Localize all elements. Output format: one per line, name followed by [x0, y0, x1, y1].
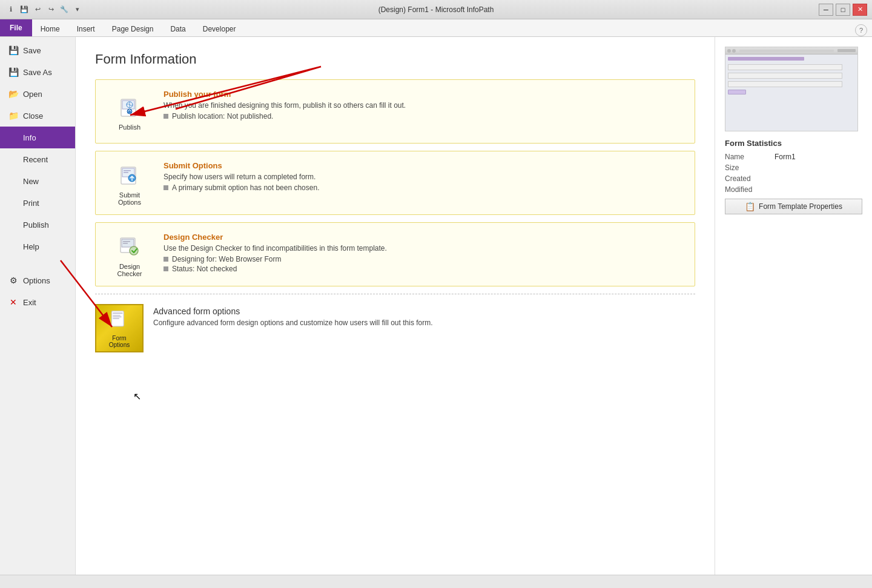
properties-button-label: Form Template Properties: [759, 202, 842, 211]
save-as-icon: 💾: [7, 67, 19, 77]
bullet-icon: [164, 266, 168, 271]
sidebar-item-open[interactable]: 📂 Open: [0, 83, 75, 105]
design-checker-icon-label: DesignChecker: [117, 263, 142, 277]
form-options-desc: Configure advanced form design options a…: [153, 319, 433, 327]
sidebar-item-new[interactable]: New: [0, 170, 75, 192]
svg-rect-18: [113, 316, 121, 317]
sidebar-item-save-as-label: Save As: [23, 68, 52, 77]
undo-button[interactable]: ↩: [31, 4, 44, 16]
form-options-body: Advanced form options Configure advanced…: [153, 304, 433, 327]
close-file-icon: 📁: [7, 111, 19, 121]
svg-rect-13: [123, 241, 130, 242]
preview-dot-1: [727, 49, 731, 53]
stats-modified-label: Modified: [725, 185, 767, 194]
design-checker-icon: [115, 231, 144, 260]
minimize-button[interactable]: ─: [819, 4, 833, 16]
open-icon: 📂: [7, 89, 19, 99]
form-options-section: FormOptions Advanced form options Config…: [95, 302, 695, 355]
design-checker-button[interactable]: DesignChecker: [105, 230, 154, 279]
bullet-icon: [164, 185, 168, 190]
submit-card-desc: Specify how users will return a complete…: [164, 173, 685, 181]
sidebar-item-exit[interactable]: ✕ Exit: [0, 291, 75, 313]
sidebar-item-help[interactable]: Help: [0, 236, 75, 257]
submit-card-title: Submit Options: [164, 161, 685, 170]
submit-bullet-1: A primary submit option has not been cho…: [164, 183, 685, 192]
stats-row-name: Name Form1: [725, 153, 862, 161]
publish-button[interactable]: Publish: [105, 87, 154, 136]
sidebar-item-close[interactable]: 📁 Close: [0, 105, 75, 127]
quick-access-toolbar: ℹ 💾 ↩ ↪ 🔧 ▾: [5, 4, 84, 16]
form-options-icon: [108, 309, 130, 332]
stats-row-created: Created: [725, 174, 862, 183]
submit-options-button[interactable]: SubmitOptions: [105, 159, 154, 207]
maximize-button[interactable]: □: [836, 4, 850, 16]
content-area: Form Information: [76, 37, 715, 575]
svg-rect-8: [124, 170, 131, 171]
preview-field-3: [728, 81, 842, 87]
sidebar-item-save-label: Save: [23, 46, 41, 55]
publish-card-body: Publish your form When you are finished …: [164, 87, 685, 121]
sidebar-item-save-as[interactable]: 💾 Save As: [0, 61, 75, 83]
exit-icon: ✕: [7, 297, 19, 307]
redo-button[interactable]: ↪: [45, 4, 57, 16]
file-tab[interactable]: File: [0, 19, 32, 36]
tab-data[interactable]: Data: [162, 21, 194, 36]
sidebar-item-open-label: Open: [23, 90, 42, 99]
sidebar-item-print[interactable]: Print: [0, 192, 75, 214]
window-title: (Design) Form1 - Microsoft InfoPath: [378, 5, 494, 14]
submit-card-body: Submit Options Specify how users will re…: [164, 159, 685, 192]
sidebar-item-new-label: New: [23, 177, 39, 186]
options-qat-button[interactable]: 🔧: [58, 4, 70, 16]
svg-rect-14: [123, 243, 128, 244]
tab-page-design[interactable]: Page Design: [104, 21, 162, 36]
stats-name-label: Name: [725, 153, 767, 161]
sidebar-item-exit-label: Exit: [23, 298, 36, 307]
sidebar-item-publish-label: Publish: [23, 220, 49, 230]
publish-card-desc: When you are finished designing this for…: [164, 101, 685, 110]
page-title: Form Information: [95, 51, 695, 67]
sidebar-item-options-label: Options: [23, 276, 50, 285]
form-preview: [725, 47, 858, 131]
checker-card-title: Design Checker: [164, 233, 685, 242]
svg-rect-9: [124, 172, 128, 173]
sidebar-item-help-label: Help: [23, 242, 39, 251]
svg-rect-17: [113, 314, 121, 315]
checker-card-body: Design Checker Use the Design Checker to…: [164, 230, 685, 273]
preview-bar: [739, 50, 834, 52]
svg-rect-3: [128, 111, 131, 114]
sidebar-item-print-label: Print: [23, 199, 39, 208]
status-bar: [0, 575, 872, 588]
tab-developer[interactable]: Developer: [194, 21, 245, 36]
tab-insert[interactable]: Insert: [68, 21, 104, 36]
publish-card-title: Publish your form: [164, 90, 685, 99]
form-stats-table: Name Form1 Size Created Modified: [725, 153, 862, 194]
preview-dot-2: [732, 49, 736, 53]
sidebar-item-options[interactable]: ⚙ Options: [0, 269, 75, 291]
save-icon: 💾: [7, 45, 19, 55]
window-controls: ─ □ ✕: [819, 4, 867, 16]
form-template-properties-button[interactable]: 📋 Form Template Properties: [725, 199, 862, 214]
close-button[interactable]: ✕: [853, 4, 867, 16]
bullet-icon: [164, 257, 168, 262]
submit-options-icon-label: SubmitOptions: [118, 191, 141, 206]
app-icon: ℹ: [5, 4, 17, 16]
help-icon[interactable]: ?: [855, 24, 867, 36]
qat-dropdown[interactable]: ▾: [71, 4, 84, 16]
sidebar-item-close-label: Close: [23, 111, 43, 121]
sidebar-item-save[interactable]: 💾 Save: [0, 39, 75, 61]
sidebar-item-info[interactable]: Info: [0, 127, 75, 148]
checker-bullet-2: Status: Not checked: [164, 265, 685, 273]
ribbon: File Home Insert Page Design Data Develo…: [0, 19, 872, 37]
section-divider: [95, 294, 695, 294]
bullet-icon: [164, 114, 168, 119]
sidebar-item-publish[interactable]: Publish: [0, 214, 75, 236]
title-bar-left: ℹ 💾 ↩ ↪ 🔧 ▾: [5, 4, 84, 16]
checker-card-desc: Use the Design Checker to find incompati…: [164, 244, 685, 253]
preview-field-1: [728, 64, 842, 70]
sidebar-item-recent[interactable]: Recent: [0, 148, 75, 170]
save-qat-button[interactable]: 💾: [18, 4, 30, 16]
preview-toolbar: [725, 47, 857, 55]
submit-icon: [115, 160, 144, 189]
tab-home[interactable]: Home: [32, 21, 68, 36]
form-options-button[interactable]: FormOptions: [95, 304, 144, 352]
